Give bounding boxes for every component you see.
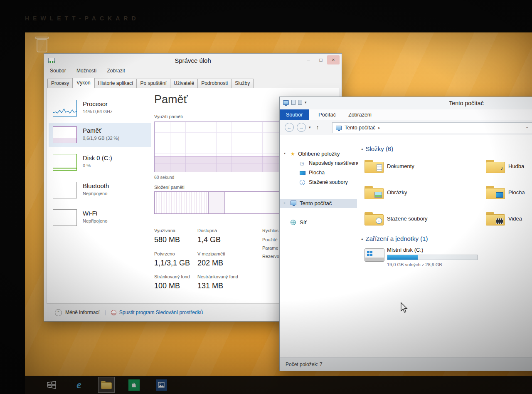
tab-uzivatele[interactable]: Uživatelé bbox=[170, 79, 198, 88]
tab-po-spusteni[interactable]: Po spuštění bbox=[136, 79, 170, 88]
recycle-bin-icon[interactable] bbox=[35, 35, 49, 53]
forward-button[interactable]: → bbox=[297, 123, 306, 132]
photos-button[interactable] bbox=[153, 377, 170, 393]
stat-label-paged-pool: Stránkovaný fond bbox=[154, 274, 190, 279]
nav-recent-places[interactable]: ◷ Naposledy navštívené bbox=[280, 159, 357, 168]
nav-desktop[interactable]: Plocha bbox=[280, 169, 357, 178]
tab-procesy[interactable]: Procesy bbox=[47, 79, 73, 88]
folder-icon bbox=[101, 381, 112, 389]
perf-item-cpu[interactable]: Procesor 14% 0,64 GHz bbox=[49, 97, 151, 121]
history-dropdown-icon[interactable]: ▾ bbox=[309, 125, 311, 129]
stat-value-in-use: 580 MB bbox=[154, 235, 180, 244]
folder-item-videa[interactable]: Videa bbox=[486, 211, 532, 228]
tab-sluzby[interactable]: Služby bbox=[231, 79, 254, 88]
nav-this-pc[interactable]: ▸ Tento počítač bbox=[280, 199, 357, 208]
memory-thumbnail-chart bbox=[53, 126, 77, 143]
folder-icon bbox=[486, 185, 505, 199]
disk-detail: 0 % bbox=[83, 163, 91, 168]
mouse-cursor bbox=[400, 302, 408, 315]
maximize-button[interactable]: □ bbox=[315, 55, 327, 64]
file-explorer-button[interactable] bbox=[98, 377, 115, 393]
perf-item-disk[interactable]: Disk 0 (C:) 0 % bbox=[49, 151, 151, 175]
folder-name: Hudba bbox=[508, 163, 524, 169]
expanded-triangle-icon[interactable]: ▾ bbox=[284, 151, 286, 155]
footer-divider: | bbox=[105, 310, 106, 315]
folder-icon bbox=[365, 185, 384, 199]
drive-free-space: 19,0 GB volných z 28,6 GB bbox=[387, 262, 442, 267]
start-button[interactable] bbox=[43, 377, 60, 393]
stat-value-committed: 1,1/3,1 GB bbox=[154, 259, 190, 268]
wifi-label: Wi-Fi bbox=[83, 210, 97, 217]
this-pc-label: Tento počítač bbox=[300, 200, 332, 206]
open-resource-monitor-link[interactable]: Spustit program Sledování prostředků bbox=[119, 310, 203, 315]
downloads-label: Stažené soubory bbox=[309, 179, 348, 185]
tab-historie-aplikaci[interactable]: Historie aplikací bbox=[94, 79, 137, 88]
folder-icon: ↓ bbox=[365, 211, 384, 225]
address-dropdown-icon[interactable]: ⌄ bbox=[525, 124, 529, 129]
ribbon-tab-soubor[interactable]: Soubor bbox=[280, 109, 309, 120]
perf-item-wifi[interactable]: Wi-Fi Nepřipojeno bbox=[49, 206, 151, 230]
explorer-title: Tento počítač bbox=[280, 100, 532, 107]
perf-item-bluetooth[interactable]: Bluetooth Nepřipojeno bbox=[49, 178, 151, 203]
memory-thumb-fill bbox=[53, 138, 76, 143]
perf-item-memory[interactable]: Paměť 0,6/1,9 GB (32 %) bbox=[49, 123, 151, 147]
internet-explorer-button[interactable]: e bbox=[71, 377, 87, 393]
favorites-label: Oblíbené položky bbox=[298, 151, 340, 157]
group-collapse-icon[interactable]: ▴ bbox=[361, 147, 363, 151]
memory-label: Paměť bbox=[83, 127, 101, 134]
side-label-form: Parame bbox=[262, 245, 278, 250]
nav-favorites[interactable]: ▾ ★ Oblíbené položky bbox=[280, 149, 357, 159]
menu-soubor[interactable]: Soubor bbox=[50, 68, 66, 74]
store-icon bbox=[128, 379, 140, 391]
internet-explorer-icon: e bbox=[76, 379, 81, 391]
close-button[interactable]: × bbox=[327, 55, 340, 64]
folder-icon: ♪ bbox=[486, 159, 505, 173]
folder-name: Obrázky bbox=[387, 189, 407, 196]
folder-name: Dokumenty bbox=[387, 163, 414, 169]
folder-item-stazene-soubory[interactable]: ↓ Stažené soubory bbox=[365, 211, 483, 228]
tab-vykon[interactable]: Výkon bbox=[72, 78, 94, 88]
desktop-icon bbox=[300, 170, 305, 176]
explorer-titlebar[interactable]: ▾ Tento počítač bbox=[280, 97, 532, 109]
group-header-folders[interactable]: ▴Složky (6) bbox=[361, 145, 393, 152]
store-button[interactable] bbox=[126, 377, 142, 393]
stat-label-available: Dostupná bbox=[197, 228, 217, 233]
breadcrumb-chevron-icon[interactable]: ▸ bbox=[378, 126, 380, 130]
folder-item-dokumenty[interactable]: Dokumenty bbox=[365, 159, 483, 175]
menu-zobrazit[interactable]: Zobrazit bbox=[107, 68, 125, 74]
back-button[interactable]: ← bbox=[285, 123, 294, 132]
bezel-brand: HEWLETT-PACKARD bbox=[25, 15, 140, 22]
less-info-button[interactable]: Méně informací bbox=[65, 310, 100, 315]
folder-item-plocha[interactable]: Plocha bbox=[486, 185, 532, 201]
minimize-button[interactable]: – bbox=[302, 55, 315, 64]
folder-item-obrazky[interactable]: Obrázky bbox=[365, 185, 483, 201]
task-manager-menubar: Soubor Možnosti Zobrazit bbox=[44, 68, 342, 77]
menu-moznosti[interactable]: Možnosti bbox=[76, 68, 96, 74]
bluetooth-label: Bluetooth bbox=[83, 182, 109, 189]
wifi-thumbnail-chart bbox=[53, 209, 77, 226]
stat-value-nonpaged-pool: 131 MB bbox=[197, 282, 223, 290]
ribbon-tab-zobrazeni[interactable]: Zobrazení bbox=[342, 109, 378, 120]
up-button[interactable]: ↑ bbox=[316, 124, 319, 131]
folder-item-hudba[interactable]: ♪ Hudba bbox=[486, 159, 532, 175]
memory-composition-label: Složení paměti bbox=[154, 185, 185, 190]
tab-podrobnosti[interactable]: Podrobnosti bbox=[197, 79, 232, 88]
desktop-label: Plocha bbox=[309, 170, 325, 176]
folder-content-pane: ▴Složky (6) Dokumenty ♪ Hudba Obrázky Pl… bbox=[358, 135, 532, 357]
windows-logo-icon bbox=[46, 379, 57, 390]
address-bar[interactable]: Tento počítač ▸ ⌄ bbox=[332, 122, 532, 133]
memory-detail: 0,6/1,9 GB (32 %) bbox=[83, 136, 119, 141]
folder-name: Plocha bbox=[508, 189, 525, 196]
group-collapse-icon[interactable]: ▴ bbox=[361, 237, 363, 241]
collapsed-triangle-icon[interactable]: ▸ bbox=[284, 201, 286, 205]
desktop: Správce úloh – □ × Soubor Možnosti Zobra… bbox=[25, 32, 532, 394]
nav-network[interactable]: Síť bbox=[280, 218, 357, 227]
folder-icon bbox=[365, 159, 384, 173]
disk-thumbnail-chart bbox=[53, 154, 77, 171]
nav-downloads[interactable]: ↓ Stažené soubory bbox=[280, 178, 357, 187]
ribbon-tab-pocitac[interactable]: Počítač bbox=[312, 109, 342, 120]
group-header-devices[interactable]: ▴Zařízení a jednotky (1) bbox=[361, 235, 428, 242]
network-icon bbox=[291, 220, 296, 225]
task-manager-titlebar[interactable]: Správce úloh – □ × bbox=[44, 54, 342, 68]
favorites-star-icon: ★ bbox=[291, 151, 295, 157]
